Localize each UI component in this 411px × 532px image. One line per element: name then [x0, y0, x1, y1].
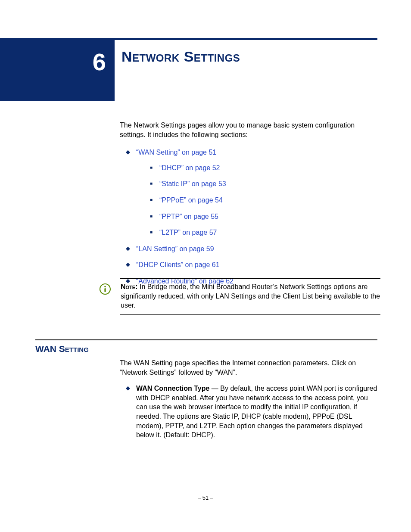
- note-rule-top: [120, 278, 380, 279]
- toc-subitem: “L2TP” on page 57: [150, 228, 377, 237]
- section-heading-wan-setting: WAN Setting: [35, 344, 89, 354]
- toc-link-pppoe[interactable]: “PPPoE” on page 54: [159, 196, 223, 204]
- note-label: Note:: [121, 283, 138, 290]
- section-rule: [35, 339, 377, 340]
- toc-link-lan-setting[interactable]: “LAN Setting” on page 59: [136, 245, 214, 252]
- toc-link-pptp[interactable]: “PPTP” on page 55: [159, 213, 218, 220]
- toc-link-l2tp[interactable]: “L2TP” on page 57: [159, 229, 217, 236]
- toc-link-dhcp[interactable]: “DHCP” on page 52: [159, 164, 220, 171]
- toc-item: “LAN Setting” on page 59: [126, 244, 377, 254]
- toc-sublist: “DHCP” on page 52 “Static IP” on page 53…: [136, 163, 377, 237]
- toc-list: “WAN Setting” on page 51 “DHCP” on page …: [120, 148, 377, 286]
- page-number: – 51 –: [198, 495, 213, 501]
- parameter-list: WAN Connection Type — By default, the ac…: [120, 384, 378, 440]
- info-icon: [99, 283, 113, 295]
- toc-subitem: “PPPoE” on page 54: [150, 196, 377, 205]
- toc-link-dhcp-clients[interactable]: “DHCP Clients” on page 61: [136, 261, 220, 268]
- chapter-number: 6: [93, 48, 106, 76]
- toc-item: “DHCP Clients” on page 61: [126, 260, 377, 270]
- parameter-sep: —: [209, 385, 220, 392]
- section-body: The WAN Setting page specifies the Inter…: [120, 358, 378, 440]
- toc-subitem: “Static IP” on page 53: [150, 179, 377, 189]
- note-rule-bottom: [120, 314, 380, 315]
- intro-paragraph: The Network Settings pages allow you to …: [120, 121, 377, 139]
- toc-subitem: “DHCP” on page 52: [150, 163, 377, 173]
- toc-link-static-ip[interactable]: “Static IP” on page 53: [159, 180, 226, 187]
- chapter-title: Network Settings: [121, 48, 240, 65]
- chapter-number-block: 6: [0, 40, 115, 101]
- toc-item: “WAN Setting” on page 51 “DHCP” on page …: [126, 148, 377, 237]
- section-intro: The WAN Setting page specifies the Inter…: [120, 358, 378, 377]
- parameter-item: WAN Connection Type — By default, the ac…: [126, 384, 378, 440]
- chapter-intro-block: The Network Settings pages allow you to …: [120, 121, 377, 293]
- document-page: 6 Network Settings The Network Settings …: [0, 0, 411, 532]
- svg-point-1: [104, 286, 106, 288]
- toc-link-wan-setting[interactable]: “WAN Setting” on page 51: [136, 149, 216, 156]
- page-footer: – 51 –: [0, 495, 411, 501]
- svg-rect-2: [104, 288, 106, 292]
- parameter-text: By default, the access point WAN port is…: [136, 385, 377, 439]
- toc-subitem: “PPTP” on page 55: [150, 212, 377, 221]
- note-body: In Bridge mode, the Mini Broadband Route…: [121, 283, 380, 309]
- note-text: Note: In Bridge mode, the Mini Broadband…: [121, 282, 380, 310]
- parameter-name: WAN Connection Type: [136, 385, 209, 392]
- note-block: Note: In Bridge mode, the Mini Broadband…: [99, 278, 380, 315]
